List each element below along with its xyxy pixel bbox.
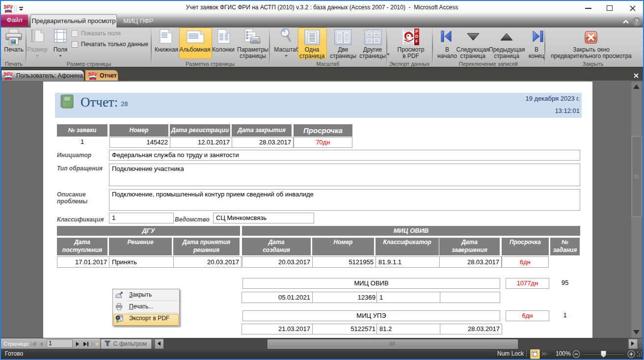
svg-text:D: D bbox=[415, 34, 418, 39]
svg-text:F: F bbox=[415, 39, 418, 44]
svg-text:P: P bbox=[415, 29, 418, 34]
